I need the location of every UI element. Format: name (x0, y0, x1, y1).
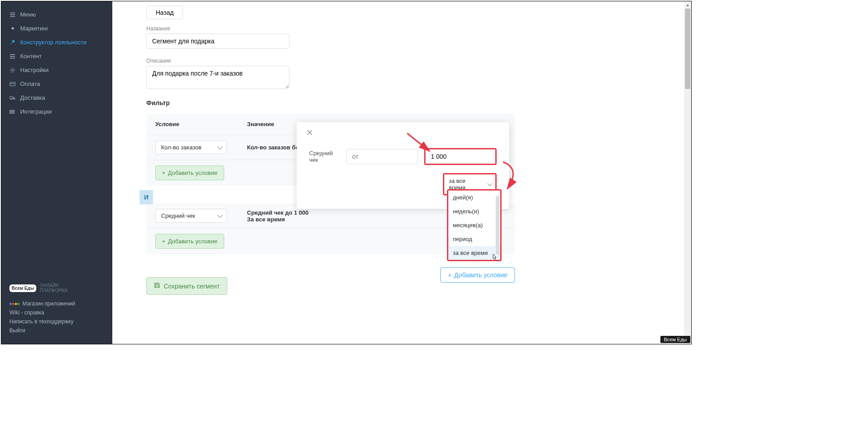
close-icon (306, 129, 313, 136)
sidebar-item-content[interactable]: Контент (1, 49, 112, 63)
logo-badge: Всем Еды (9, 284, 36, 292)
plus-icon: + (162, 170, 166, 176)
wand-icon (9, 39, 16, 46)
sidebar-item-delivery[interactable]: Доставка (1, 91, 112, 105)
sidebar-item-marketing[interactable]: ✦ Маркетинг (1, 21, 112, 35)
apps-icon (9, 303, 20, 305)
sidebar-item-menu[interactable]: Меню (1, 8, 112, 21)
scrollbar-thumb[interactable] (685, 8, 690, 89)
sidebar-item-label: Маркетинг (20, 25, 48, 32)
gear-icon (9, 67, 16, 73)
sparkle-icon: ✦ (9, 25, 16, 32)
sidebar-item-loyalty[interactable]: Конструктор лояльности (1, 35, 112, 49)
sidebar-logo: Всем Еды ОНЛАЙНПЛАТФОРМА (9, 283, 104, 293)
save-segment-button[interactable]: Сохранить сегмент (146, 277, 227, 295)
header-condition: Условие (155, 121, 247, 127)
desc-label: Описание (146, 58, 515, 64)
dropdown-item-months[interactable]: месяцев(а) (448, 218, 500, 232)
add-condition-outline-button[interactable]: + Добавить условие (440, 267, 515, 283)
integration-icon (9, 109, 16, 115)
add-condition-button[interactable]: + Добавить условие (155, 234, 224, 249)
sidebar-item-label: Доставка (20, 94, 45, 101)
list-icon (9, 12, 16, 18)
condition-select[interactable]: Кол-во заказов (155, 140, 227, 154)
svg-point-3 (13, 99, 14, 100)
sidebar-item-label: Контент (20, 53, 42, 59)
dropdown-item-days[interactable]: дней(я) (448, 191, 500, 204)
sidebar-link-logout[interactable]: Выйти (9, 326, 104, 335)
name-label: Название (146, 25, 515, 32)
list-icon (9, 53, 16, 59)
sidebar-item-settings[interactable]: Настройки (1, 63, 112, 77)
sidebar-item-payment[interactable]: Оплата (1, 77, 112, 91)
svg-point-2 (11, 99, 12, 100)
sidebar-item-label: Меню (20, 11, 36, 18)
dropdown-item-alltime[interactable]: за все время (448, 246, 500, 260)
sidebar-item-label: Настройки (20, 67, 49, 73)
footer-badge: Всем Еды (660, 336, 690, 343)
plus-icon: + (162, 238, 166, 245)
close-button[interactable] (306, 129, 313, 137)
scroll-up-icon[interactable]: ▲ (684, 1, 691, 8)
logo-subtitle: ОНЛАЙНПЛАТФОРМА (40, 283, 68, 293)
name-input[interactable] (146, 34, 289, 49)
back-button[interactable]: Назад (146, 6, 183, 19)
period-dropdown: дней(я) недель(и) месяцев(а) период за в… (447, 189, 502, 261)
sidebar-footer: Всем Еды ОНЛАЙНПЛАТФОРМА Магазин приложе… (1, 279, 112, 344)
desc-textarea[interactable]: Для подарка после 7-и заказов (146, 66, 289, 89)
sidebar: Меню ✦ Маркетинг Конструктор лояльности … (1, 1, 112, 344)
filter-title: Фильтр (146, 99, 515, 106)
popover-label: Средний чек (309, 150, 340, 163)
dropdown-item-weeks[interactable]: недель(и) (448, 204, 500, 218)
condition-select[interactable]: Средний чек (155, 209, 227, 223)
add-condition-button[interactable]: + Добавить условие (155, 165, 224, 180)
svg-rect-1 (10, 82, 15, 86)
dropdown-item-period[interactable]: период (448, 232, 500, 246)
from-input[interactable] (346, 149, 418, 164)
sidebar-link-support[interactable]: Написать в техподдержку (9, 317, 104, 326)
condition-value: Средний чек до 1 000 За все время (247, 209, 466, 223)
plus-icon: + (448, 271, 451, 279)
scrollbar[interactable]: ▲ ▼ (684, 1, 691, 344)
to-input[interactable] (424, 148, 497, 165)
card-icon (9, 81, 16, 87)
save-icon (154, 282, 160, 290)
dropdown-scrollbar[interactable] (496, 196, 499, 254)
svg-point-0 (12, 69, 13, 71)
sidebar-item-integrations[interactable]: Интеграции (1, 105, 112, 119)
sidebar-item-label: Оплата (20, 81, 40, 87)
sidebar-link-appstore[interactable]: Магазин приложений (9, 299, 104, 308)
sidebar-item-label: Интеграции (20, 108, 52, 115)
sidebar-link-wiki[interactable]: Wiki - справка (9, 308, 104, 317)
sidebar-item-label: Конструктор лояльности (20, 39, 86, 46)
truck-icon (9, 95, 16, 101)
and-badge: И (140, 190, 153, 204)
